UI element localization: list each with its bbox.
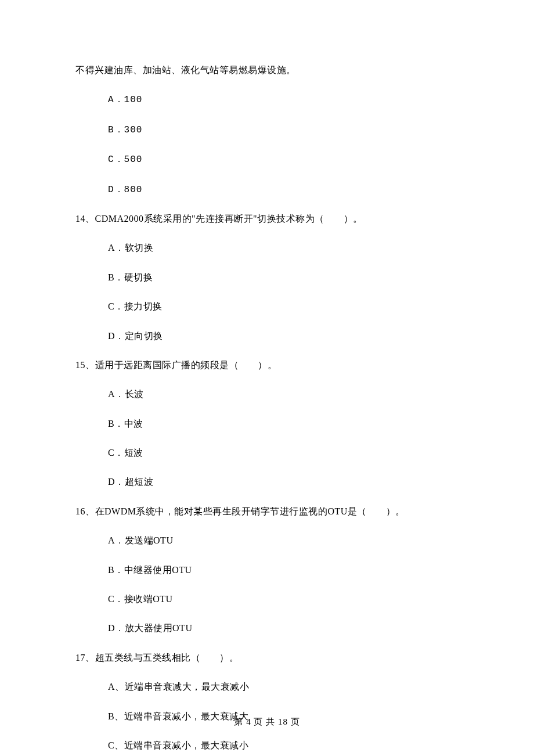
question-15: 15、适用于远距离国际广播的频段是（ ）。 A．长波 B．中波 C．短波 D．超… bbox=[75, 359, 459, 489]
question-13-options: A．100 B．300 C．500 D．800 bbox=[75, 93, 459, 196]
option-a: A．发送端OTU bbox=[108, 534, 459, 547]
option-c: C、近端串音衰减小，最大衰减小 bbox=[108, 739, 459, 752]
option-b: B．硬切换 bbox=[108, 271, 459, 284]
question-16: 16、在DWDM系统中，能对某些再生段开销字节进行监视的OTU是（ ）。 A．发… bbox=[75, 505, 459, 635]
question-13-continuation: 不得兴建油库、加油站、液化气站等易燃易爆设施。 bbox=[75, 64, 459, 77]
page-footer: 第 4 页 共 18 页 bbox=[0, 716, 534, 728]
option-d: D．定向切换 bbox=[108, 330, 459, 343]
option-a: A．软切换 bbox=[108, 242, 459, 254]
option-d: D．800 bbox=[108, 183, 459, 196]
option-b: B．中波 bbox=[108, 417, 459, 430]
question-14-text: 14、CDMA2000系统采用的"先连接再断开"切换技术称为（ ）。 bbox=[75, 213, 459, 225]
option-d: D．超短波 bbox=[108, 476, 459, 488]
option-a: A、近端串音衰减大，最大衰减小 bbox=[108, 681, 459, 693]
option-c: C．接力切换 bbox=[108, 300, 459, 313]
option-a: A．长波 bbox=[108, 388, 459, 401]
option-c: C．500 bbox=[108, 153, 459, 166]
option-d: D．放大器使用OTU bbox=[108, 622, 459, 635]
option-b: B．300 bbox=[108, 123, 459, 136]
option-a: A．100 bbox=[108, 93, 459, 106]
option-c: C．短波 bbox=[108, 447, 459, 459]
question-15-text: 15、适用于远距离国际广播的频段是（ ）。 bbox=[75, 359, 459, 372]
question-16-text: 16、在DWDM系统中，能对某些再生段开销字节进行监视的OTU是（ ）。 bbox=[75, 505, 459, 518]
page-content: 不得兴建油库、加油站、液化气站等易燃易爆设施。 A．100 B．300 C．50… bbox=[0, 0, 534, 756]
option-b: B．中继器使用OTU bbox=[108, 564, 459, 577]
option-c: C．接收端OTU bbox=[108, 593, 459, 606]
question-17-text: 17、超五类线与五类线相比（ ）。 bbox=[75, 651, 459, 664]
question-14: 14、CDMA2000系统采用的"先连接再断开"切换技术称为（ ）。 A．软切换… bbox=[75, 213, 459, 343]
question-17: 17、超五类线与五类线相比（ ）。 A、近端串音衰减大，最大衰减小 B、近端串音… bbox=[75, 651, 459, 756]
